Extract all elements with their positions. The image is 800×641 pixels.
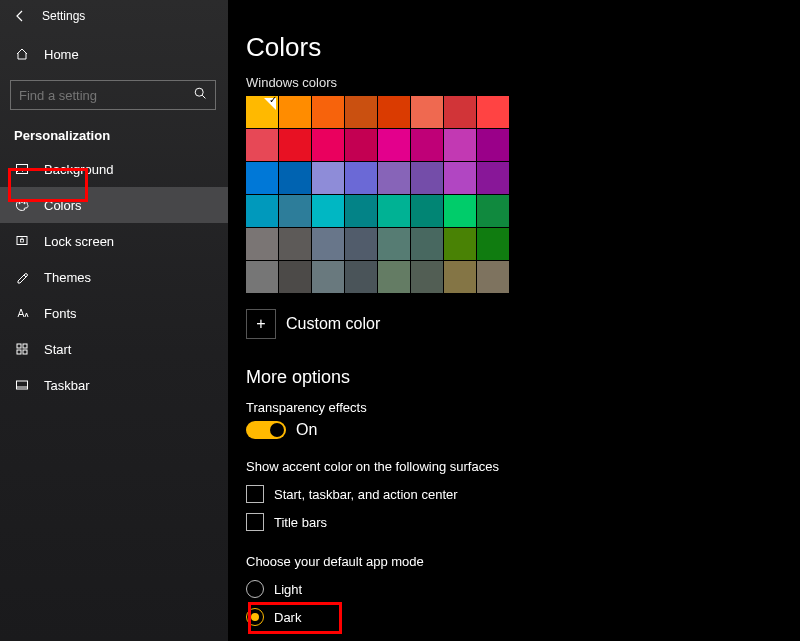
svg-point-2 (19, 202, 20, 203)
svg-rect-7 (17, 344, 21, 348)
app-mode-light[interactable]: Light (246, 575, 786, 603)
sidebar-item-label: Start (44, 342, 71, 357)
sidebar-item-lockscreen[interactable]: Lock screen (0, 223, 228, 259)
color-swatch[interactable] (378, 96, 410, 128)
transparency-toggle[interactable] (246, 421, 286, 439)
sidebar-item-colors[interactable]: Colors (0, 187, 228, 223)
sidebar-item-themes[interactable]: Themes (0, 259, 228, 295)
surface-option-start-label: Start, taskbar, and action center (274, 487, 458, 502)
sidebar-item-background[interactable]: Background (0, 151, 228, 187)
color-swatch[interactable] (444, 261, 476, 293)
color-swatch[interactable] (345, 129, 377, 161)
color-swatch[interactable] (279, 129, 311, 161)
color-swatch[interactable] (378, 228, 410, 260)
settings-sidebar: Settings Home Personalization Background… (0, 0, 228, 641)
lockscreen-icon (14, 233, 30, 249)
color-swatch[interactable] (411, 96, 443, 128)
surface-option-start[interactable]: Start, taskbar, and action center (246, 480, 786, 508)
titlebar: Settings (0, 0, 228, 32)
color-swatch[interactable] (246, 96, 278, 128)
color-swatch[interactable] (246, 162, 278, 194)
radio-icon (246, 580, 264, 598)
color-swatch[interactable] (378, 261, 410, 293)
color-swatch[interactable] (477, 228, 509, 260)
color-swatch[interactable] (411, 195, 443, 227)
color-swatch[interactable] (477, 129, 509, 161)
svg-rect-9 (17, 350, 21, 354)
surface-option-titlebars-label: Title bars (274, 515, 327, 530)
checkbox-icon (246, 485, 264, 503)
color-swatch[interactable] (312, 195, 344, 227)
color-swatch[interactable] (345, 96, 377, 128)
color-swatch[interactable] (444, 96, 476, 128)
home-label: Home (44, 47, 79, 62)
color-swatch[interactable] (444, 195, 476, 227)
color-swatch[interactable] (246, 261, 278, 293)
search-input[interactable] (19, 88, 189, 103)
color-swatch[interactable] (279, 195, 311, 227)
fonts-icon (14, 305, 30, 321)
color-swatch[interactable] (444, 129, 476, 161)
color-swatch[interactable] (378, 195, 410, 227)
color-swatch[interactable] (312, 261, 344, 293)
sidebar-item-taskbar[interactable]: Taskbar (0, 367, 228, 403)
color-swatch[interactable] (378, 129, 410, 161)
color-swatch[interactable] (279, 162, 311, 194)
colors-icon (14, 197, 30, 213)
sidebar-item-label: Colors (44, 198, 82, 213)
sidebar-item-label: Fonts (44, 306, 77, 321)
color-swatch[interactable] (345, 261, 377, 293)
color-swatch[interactable] (345, 162, 377, 194)
color-swatch[interactable] (345, 195, 377, 227)
surfaces-label: Show accent color on the following surfa… (246, 459, 786, 474)
color-swatch[interactable] (312, 96, 344, 128)
svg-point-0 (195, 88, 203, 96)
color-swatch[interactable] (411, 129, 443, 161)
sidebar-item-label: Background (44, 162, 113, 177)
sidebar-item-start[interactable]: Start (0, 331, 228, 367)
sidebar-item-label: Themes (44, 270, 91, 285)
color-swatch[interactable] (279, 96, 311, 128)
color-swatch[interactable] (279, 228, 311, 260)
color-swatch[interactable] (378, 162, 410, 194)
search-box[interactable] (10, 80, 216, 110)
color-swatch[interactable] (312, 129, 344, 161)
color-swatch[interactable] (411, 228, 443, 260)
color-swatch[interactable] (345, 228, 377, 260)
color-swatch[interactable] (411, 162, 443, 194)
color-swatch[interactable] (411, 261, 443, 293)
color-swatch[interactable] (312, 228, 344, 260)
nav-list: BackgroundColorsLock screenThemesFontsSt… (0, 151, 228, 403)
color-swatch[interactable] (246, 195, 278, 227)
svg-rect-6 (21, 240, 24, 243)
custom-color-button[interactable]: + Custom color (246, 309, 786, 339)
color-swatch[interactable] (312, 162, 344, 194)
surface-option-titlebars[interactable]: Title bars (246, 508, 786, 536)
start-icon (14, 341, 30, 357)
transparency-state: On (296, 421, 317, 439)
page-title: Colors (246, 32, 786, 63)
color-swatch[interactable] (246, 129, 278, 161)
color-swatch[interactable] (444, 162, 476, 194)
color-swatch[interactable] (477, 162, 509, 194)
app-mode-dark[interactable]: Dark (246, 603, 786, 631)
color-swatch[interactable] (477, 96, 509, 128)
color-swatch[interactable] (279, 261, 311, 293)
transparency-toggle-row: On (246, 421, 786, 439)
search-row (0, 72, 228, 116)
app-mode-label: Choose your default app mode (246, 554, 786, 569)
plus-icon: + (246, 309, 276, 339)
window-title: Settings (42, 9, 85, 23)
color-swatch-grid (246, 96, 509, 293)
back-icon[interactable] (14, 9, 28, 23)
color-swatch[interactable] (444, 228, 476, 260)
sidebar-item-label: Lock screen (44, 234, 114, 249)
home-icon (14, 46, 30, 62)
color-swatch[interactable] (477, 261, 509, 293)
home-nav[interactable]: Home (0, 36, 228, 72)
svg-rect-10 (23, 350, 27, 354)
themes-icon (14, 269, 30, 285)
color-swatch[interactable] (246, 228, 278, 260)
sidebar-item-fonts[interactable]: Fonts (0, 295, 228, 331)
color-swatch[interactable] (477, 195, 509, 227)
